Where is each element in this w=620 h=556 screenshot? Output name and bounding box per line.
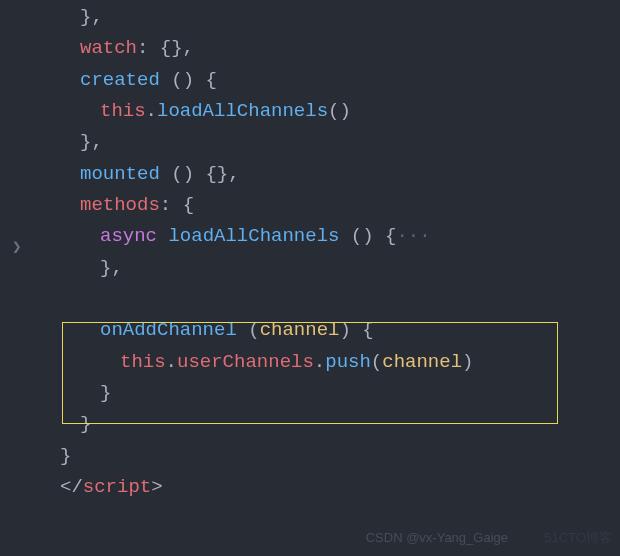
code-line: created () { [40,65,620,96]
code-line: this.userChannels.push(channel) [40,347,620,378]
code-content[interactable]: }, watch: {}, created () { this.loadAllC… [0,0,620,504]
code-line: watch: {}, [40,33,620,64]
code-line: onAddChannel (channel) { [40,315,620,346]
watermark-cto: 51CTO博客 [544,527,612,548]
code-line: methods: { [40,190,620,221]
code-line: }, [40,2,620,33]
code-line: </script> [40,472,620,503]
fold-chevron-icon[interactable]: ❯ [12,235,22,261]
code-line: mounted () {}, [40,159,620,190]
code-line: } [40,409,620,440]
watermark-csdn: CSDN @vx-Yang_Gaige [366,527,508,548]
code-line: }, [40,253,620,284]
code-line: } [40,441,620,472]
gutter: ❯ [0,0,40,504]
code-line: }, [40,127,620,158]
code-line: this.loadAllChannels() [40,96,620,127]
code-line-blank [40,284,620,315]
code-line: } [40,378,620,409]
fold-indicator: ··· [396,225,430,247]
code-editor[interactable]: ❯ }, watch: {}, created () { this.loadAl… [0,0,620,504]
code-line: async loadAllChannels () {··· [40,221,620,252]
